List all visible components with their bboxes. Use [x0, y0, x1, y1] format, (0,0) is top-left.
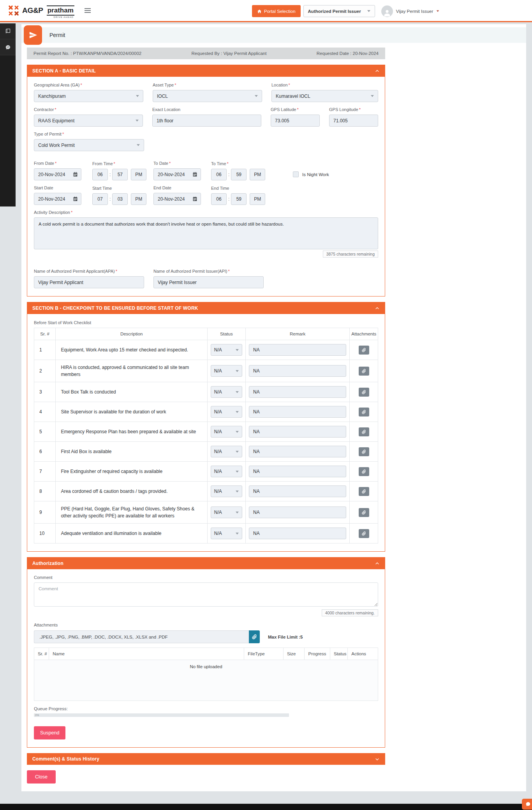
from-ampm-toggle[interactable]: PM — [131, 169, 146, 180]
chevron-down-icon[interactable] — [375, 757, 380, 762]
remark-input[interactable]: NA — [249, 386, 346, 398]
status-select[interactable]: N/A — [211, 506, 242, 518]
row-attach-button[interactable] — [359, 447, 369, 456]
paperclip-icon — [362, 430, 366, 434]
report-summary-bar: Permit Report No. : PTW/KANPM/VANDA/2024… — [27, 48, 385, 59]
status-select[interactable]: N/A — [211, 426, 242, 438]
gps-longitude-input[interactable]: 71.005 — [329, 115, 378, 127]
sidebar-item-documents[interactable] — [0, 23, 16, 39]
comments-status-history-header[interactable]: Comment(s) & Status History — [27, 753, 385, 765]
to-ampm-toggle[interactable]: PM — [250, 169, 265, 180]
remark-input[interactable]: NA — [249, 406, 346, 418]
from-hour-input[interactable]: 06 — [92, 169, 108, 180]
start-date-input[interactable]: 20-Nov-2024 — [34, 193, 81, 205]
main-panel: Permit Permit Report No. : PTW/KANPM/VAN… — [21, 24, 526, 791]
status-select[interactable]: N/A — [211, 528, 242, 539]
attach-file-button[interactable] — [249, 630, 260, 643]
ga-select[interactable]: Kanchipuram — [34, 90, 143, 102]
remark-input[interactable]: NA — [249, 485, 346, 497]
status-select[interactable]: N/A — [211, 344, 242, 356]
row-attach-button[interactable] — [359, 367, 369, 376]
col-progress: Progress — [305, 648, 330, 660]
remark-input[interactable]: NA — [249, 528, 346, 539]
portal-selection-button[interactable]: Portal Selection — [252, 5, 301, 17]
exact-location-input[interactable]: 1th floor — [152, 115, 261, 127]
row-attach-button[interactable] — [359, 508, 369, 517]
chevron-up-icon[interactable] — [375, 306, 380, 311]
section-a-header[interactable]: SECTION A - BASIC DETAIL — [27, 65, 385, 77]
home-icon — [257, 9, 262, 14]
contractor-select[interactable]: RAAS Equipment — [34, 115, 143, 127]
suspend-button[interactable]: Suspend — [34, 726, 65, 739]
from-date-input[interactable]: 20-Nov-2024 — [34, 168, 81, 180]
end-date-input[interactable]: 20-Nov-2024 — [153, 193, 201, 205]
authorization-header[interactable]: Authorization — [27, 558, 385, 569]
from-minute-input[interactable]: 57 — [112, 169, 128, 180]
row-attach-button[interactable] — [359, 529, 369, 538]
row-attach-button[interactable] — [359, 408, 369, 416]
table-row: 4 Site Supervisor is available for the d… — [34, 402, 378, 422]
gps-latitude-input[interactable]: 73.005 — [271, 115, 320, 127]
is-night-work-checkbox[interactable] — [293, 171, 299, 177]
no-file-uploaded-text: No file uploaded — [34, 660, 378, 701]
support-fab-button[interactable] — [522, 799, 532, 810]
calendar-icon — [73, 172, 78, 177]
remark-input[interactable]: NA — [249, 426, 346, 438]
chevron-up-icon[interactable] — [375, 561, 380, 566]
to-date-input[interactable]: 20-Nov-2024 — [153, 168, 201, 180]
start-hour-input[interactable]: 07 — [92, 193, 108, 205]
table-row: 1 Equipment, Work Area upto 15 meter che… — [34, 340, 378, 360]
role-dropdown[interactable]: Authorized Permit Issuer — [303, 5, 375, 17]
start-ampm-toggle[interactable]: PM — [131, 193, 146, 205]
status-select[interactable]: N/A — [211, 406, 242, 418]
apa-input[interactable]: Vijay Permit Applicant — [34, 276, 144, 288]
row-description: HIRA is conducted, approved & communicat… — [56, 360, 208, 382]
row-attach-button[interactable] — [359, 427, 369, 436]
activity-description-textarea[interactable]: A cold work permit is a document that au… — [34, 217, 378, 249]
end-ampm-toggle[interactable]: PM — [250, 193, 265, 205]
remark-input[interactable]: NA — [249, 446, 346, 457]
requested-date: Requested Date : 20-Nov-2024 — [317, 51, 379, 56]
remark-input[interactable]: NA — [249, 506, 346, 518]
asset-type-select[interactable]: IOCL — [153, 90, 262, 102]
uploaded-files-table: Sr. # Name FileType Size Progress Status… — [34, 648, 378, 701]
status-select[interactable]: N/A — [211, 386, 242, 398]
status-select[interactable]: N/A — [211, 485, 242, 497]
start-minute-input[interactable]: 03 — [112, 193, 128, 205]
row-attach-button[interactable] — [359, 487, 369, 496]
menu-toggle-icon[interactable] — [83, 7, 92, 14]
location-select[interactable]: Kumaravel IOCL — [271, 90, 378, 102]
to-time-input: 06 : 59 PM — [211, 169, 277, 180]
asset-type-label: Asset Type* — [153, 83, 262, 87]
to-minute-input[interactable]: 59 — [231, 169, 247, 180]
status-select[interactable]: N/A — [211, 446, 242, 457]
status-select[interactable]: N/A — [211, 466, 242, 477]
row-attach-button[interactable] — [359, 467, 369, 476]
row-attach-button[interactable] — [359, 388, 369, 397]
remark-input[interactable]: NA — [249, 466, 346, 477]
section-b-header[interactable]: SECTION B - CHECKPOINT TO BE ENSURED BEF… — [27, 302, 385, 314]
status-select[interactable]: N/A — [211, 365, 242, 377]
row-description: Fire Extinguisher of required capacity i… — [56, 462, 208, 482]
row-sr: 7 — [34, 462, 56, 482]
file-upload-input[interactable]: .JPEG, .JPG, .PNG, .BMP, .DOC, .DOCX, XL… — [34, 630, 249, 643]
chevron-down-icon — [236, 533, 239, 535]
api-input[interactable]: Vijay Permit Issuer — [153, 276, 264, 288]
apa-label: Name of Authorized Permit Applicant(APA)… — [34, 269, 144, 274]
remark-input[interactable]: NA — [249, 365, 346, 377]
to-hour-input[interactable]: 06 — [211, 169, 227, 180]
checklist-table: Sr. # Description Status Remark Attachme… — [34, 328, 378, 544]
remark-input[interactable]: NA — [249, 344, 346, 356]
comment-textarea[interactable] — [34, 582, 378, 607]
checklist-header-row: Sr. # Description Status Remark Attachme… — [34, 328, 378, 340]
user-menu[interactable]: Vijay Permit Issuer — [381, 5, 440, 17]
end-hour-input[interactable]: 06 — [211, 193, 227, 205]
permit-type-select[interactable]: Cold Work Permit — [34, 139, 144, 151]
end-minute-input[interactable]: 59 — [231, 193, 247, 205]
row-attach-button[interactable] — [359, 346, 369, 355]
table-row: 3 Tool Box Talk is conducted N/A NA — [34, 382, 378, 402]
chevron-up-icon[interactable] — [375, 69, 380, 74]
comment-label: Comment — [34, 575, 378, 580]
sidebar-item-help-chat[interactable]: =? — [0, 39, 16, 55]
close-button[interactable]: Close — [27, 770, 56, 784]
